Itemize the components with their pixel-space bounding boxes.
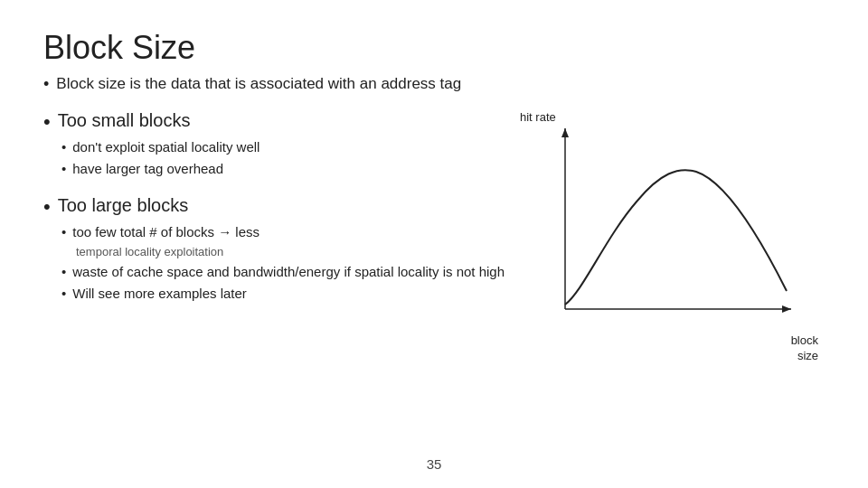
svg-marker-2 xyxy=(561,128,569,137)
page-number: 35 xyxy=(427,456,442,472)
section-small-heading: Too small blocks xyxy=(43,110,514,134)
chart-wrapper: hit rate block size xyxy=(520,110,818,363)
large-bullet-1-sub: temporal locality exploitation xyxy=(76,244,514,260)
large-bullet-2: waste of cache space and bandwidth/energ… xyxy=(61,262,514,282)
small-bullet-1: don't exploit spatial locality well xyxy=(61,137,514,157)
large-bullet-3: Will see more examples later xyxy=(61,284,514,304)
large-bullet-1: too few total # of blocks → less xyxy=(61,222,514,242)
right-column: hit rate block size xyxy=(514,101,825,363)
svg-marker-3 xyxy=(782,305,791,313)
content-area: Too small blocks don't exploit spatial l… xyxy=(43,101,825,363)
slide-title: Block Size xyxy=(43,29,825,66)
chart-x-label: block size xyxy=(791,333,818,364)
slide: Block Size Block size is the data that i… xyxy=(0,0,868,488)
chart-y-label: hit rate xyxy=(520,110,556,125)
section-large-heading: Too large blocks xyxy=(43,195,514,219)
small-bullet-2: have larger tag overhead xyxy=(61,159,514,179)
left-column: Too small blocks don't exploit spatial l… xyxy=(43,101,514,363)
intro-bullet: Block size is the data that is associate… xyxy=(43,75,825,94)
chart-svg xyxy=(556,128,800,336)
